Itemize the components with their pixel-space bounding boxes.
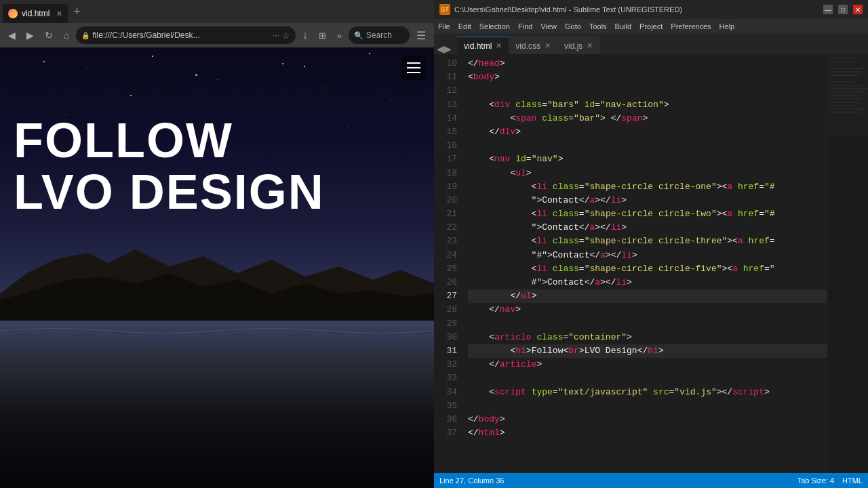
browser-window: vid.html ✕ + ◀ ▶ ↻ ⌂ 🔒 file:///C:/Users/… xyxy=(0,0,434,488)
line-num-19: 19 xyxy=(434,180,457,194)
code-line-35 xyxy=(468,399,827,413)
code-line-13: <div class="bars" id="nav-action"> xyxy=(468,98,827,112)
code-line-18: <ul> xyxy=(468,167,827,180)
back-button[interactable]: ◀ xyxy=(4,28,20,42)
line-num-30: 30 xyxy=(434,331,457,344)
tab-js-close-icon[interactable]: ✕ xyxy=(587,41,593,50)
menu-file[interactable]: File xyxy=(438,22,450,30)
line-num-13: 13 xyxy=(434,98,457,112)
line-num-20: 20 xyxy=(434,194,457,207)
search-label: Search xyxy=(366,30,392,40)
browser-tab-bar: vid.html ✕ + xyxy=(0,0,434,23)
browser-toolbar: ◀ ▶ ↻ ⌂ 🔒 file:///C:/Users/Gabriel/Desk.… xyxy=(0,23,434,47)
line-num-34: 34 xyxy=(434,386,457,399)
line-num-27: 27 xyxy=(434,289,457,303)
tab-html-close-icon[interactable]: ✕ xyxy=(496,41,502,50)
tab-css-label: vid.css xyxy=(515,41,540,51)
tab-css-close-icon[interactable]: ✕ xyxy=(545,41,551,50)
line-num-33: 33 xyxy=(434,371,457,385)
code-line-27: </ul> xyxy=(468,289,827,303)
more-icon[interactable]: ··· xyxy=(273,30,279,40)
browser-tab-active[interactable]: vid.html ✕ xyxy=(3,4,68,23)
line-num-21: 21 xyxy=(434,207,457,221)
line-num-26: 26 xyxy=(434,276,457,289)
menu-preferences[interactable]: Preferences xyxy=(671,22,711,30)
tab-favicon-icon xyxy=(8,9,18,18)
code-line-26: #">Contact</a></li> xyxy=(468,276,827,289)
code-line-17: <nav id="nav"> xyxy=(468,152,827,166)
status-left: Line 27, Column 36 xyxy=(439,476,504,485)
water-reflection xyxy=(0,321,434,488)
code-line-24: "#">Contact</a></li> xyxy=(468,249,827,262)
code-line-20: ">Contact</a></li> xyxy=(468,194,827,207)
menu-edit[interactable]: Edit xyxy=(458,22,471,30)
hamburger-menu-button[interactable]: ☰ xyxy=(412,28,430,43)
editor-window-controls: — □ ✕ xyxy=(823,5,863,14)
headline-line1: FOLLOW xyxy=(14,115,420,167)
line-num-16: 16 xyxy=(434,139,457,152)
tab-close-icon[interactable]: ✕ xyxy=(56,9,62,18)
line-numbers: 10 11 12 13 14 15 16 17 18 19 20 21 22 2… xyxy=(434,54,462,473)
minimize-button[interactable]: — xyxy=(823,5,833,14)
menu-selection[interactable]: Selection xyxy=(479,22,510,30)
editor-menubar: File Edit Selection Find View Goto Tools… xyxy=(434,19,868,34)
mountain-svg xyxy=(0,239,434,321)
code-line-22: ">Contact</a></li> xyxy=(468,221,827,235)
line-num-15: 15 xyxy=(434,125,457,139)
line-num-31: 31 xyxy=(434,344,457,358)
webpage-hamburger-button[interactable] xyxy=(401,56,426,80)
line-num-29: 29 xyxy=(434,317,457,331)
address-text: file:///C:/Users/Gabriel/Desk... xyxy=(92,30,269,40)
refresh-button[interactable]: ↻ xyxy=(41,28,57,42)
extensions-button[interactable]: » xyxy=(333,29,346,42)
menu-build[interactable]: Build xyxy=(615,22,631,30)
code-line-33 xyxy=(468,371,827,385)
editor-tab-vid-js[interactable]: vid.js ✕ xyxy=(557,37,599,54)
line-num-17: 17 xyxy=(434,152,457,166)
close-button[interactable]: ✕ xyxy=(853,5,863,14)
hamburger-line-1 xyxy=(407,62,420,64)
svg-rect-18 xyxy=(827,54,868,136)
editor-tab-bar: ◀ ▶ vid.html ✕ vid.css ✕ vid.js ✕ xyxy=(434,34,868,54)
search-icon: 🔍 xyxy=(354,31,363,40)
editor-window: ST C:\Users\Gabriel\Desktop\vid.html - S… xyxy=(434,0,868,488)
editor-tab-vid-css[interactable]: vid.css ✕ xyxy=(509,37,557,54)
forward-button[interactable]: ▶ xyxy=(22,28,38,42)
code-line-29 xyxy=(468,317,827,331)
editor-tab-vid-html[interactable]: vid.html ✕ xyxy=(457,37,509,54)
search-box[interactable]: 🔍 Search xyxy=(349,26,410,44)
status-language: HTML xyxy=(842,476,863,485)
menu-tools[interactable]: Tools xyxy=(589,22,607,30)
download-button[interactable]: ↓ xyxy=(298,28,312,43)
webpage-headline: FOLLOW LVO DESIGN xyxy=(0,102,434,231)
line-num-10: 10 xyxy=(434,57,457,70)
home-button[interactable]: ⌂ xyxy=(60,28,73,42)
menu-project[interactable]: Project xyxy=(639,22,663,30)
hamburger-line-2 xyxy=(407,67,420,68)
editor-titlebar: ST C:\Users\Gabriel\Desktop\vid.html - S… xyxy=(434,0,868,19)
menu-help[interactable]: Help xyxy=(719,22,735,30)
menu-view[interactable]: View xyxy=(540,22,557,30)
library-button[interactable]: ⊞ xyxy=(315,29,330,42)
line-num-24: 24 xyxy=(434,249,457,262)
line-num-28: 28 xyxy=(434,303,457,317)
editor-app-icon: ST xyxy=(439,4,450,15)
code-area[interactable]: 10 11 12 13 14 15 16 17 18 19 20 21 22 2… xyxy=(434,54,868,473)
address-bar[interactable]: 🔒 file:///C:/Users/Gabriel/Desk... ··· ☆ xyxy=(76,26,295,44)
code-line-11: <body> xyxy=(468,70,827,84)
editor-statusbar: Line 27, Column 36 Tab Size: 4 HTML xyxy=(434,473,868,488)
bookmark-star-icon[interactable]: ☆ xyxy=(282,30,290,41)
tab-js-label: vid.js xyxy=(564,41,583,51)
code-content[interactable]: </head> <body> <div class="bars" id="nav… xyxy=(462,54,827,473)
new-tab-button[interactable]: + xyxy=(68,5,86,19)
line-num-18: 18 xyxy=(434,167,457,180)
headline-line2: LVO DESIGN xyxy=(14,167,420,218)
menu-goto[interactable]: Goto xyxy=(565,22,581,30)
tab-nav-right-icon[interactable]: ▶ xyxy=(444,43,452,54)
menu-find[interactable]: Find xyxy=(518,22,532,30)
code-line-12 xyxy=(468,84,827,98)
maximize-button[interactable]: □ xyxy=(838,5,848,14)
code-line-15: </div> xyxy=(468,125,827,139)
tab-nav-left-icon[interactable]: ◀ xyxy=(437,43,444,54)
line-num-35: 35 xyxy=(434,399,457,413)
